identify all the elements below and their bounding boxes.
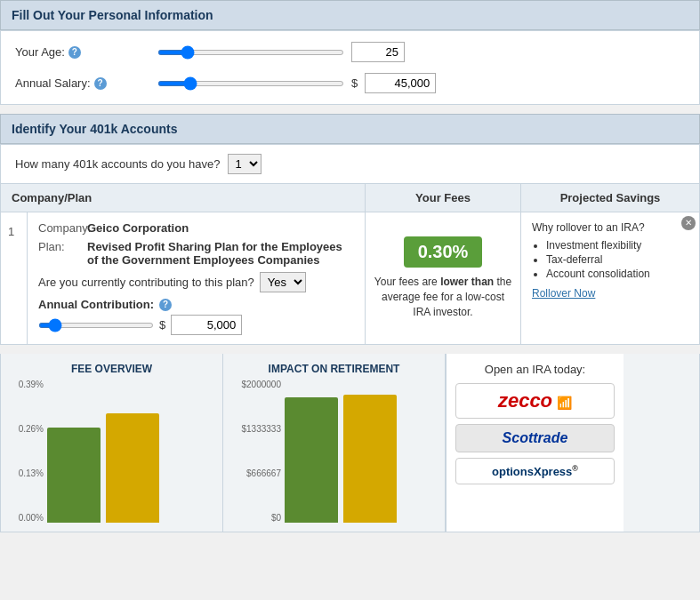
fee-overview-chart: FEE OVERVIEW 0.39% 0.26% 0.13% 0.00% [1,354,223,532]
impact-bar-1 [285,397,338,523]
fees-col: 0.30% Your fees are lower than the avera… [366,212,521,344]
plan-value: Revised Profit Sharing Plan for the Empl… [87,240,354,267]
identify-header: Identify Your 401k Accounts [0,114,700,144]
fee-bar-2 [106,413,159,523]
row-number: 1 [1,212,28,344]
age-help-icon[interactable]: ? [68,46,81,59]
accounts-count-row: How many 401k accounts do you have? 1 2 … [15,154,685,174]
salary-slider-container: $ [157,73,436,93]
contribution-input[interactable] [171,315,242,335]
savings-col: ✕ Why rollover to an IRA? Investment fle… [521,212,699,344]
impact-bars [285,380,436,523]
impact-y-axis: $2000000 $1333333 $666667 $0 [232,380,281,523]
savings-list: Investment flexibility Tax-deferral Acco… [546,239,688,280]
zecco-logo[interactable]: zecco 📶 [455,383,615,419]
ira-section: Open an IRA today: zecco 📶 Scottrade opt… [446,354,624,532]
table-header: Company/Plan Your Fees Projected Savings [0,184,700,212]
savings-title: Why rollover to an IRA? [532,221,688,234]
fee-y-axis: 0.39% 0.26% 0.13% 0.00% [10,380,44,523]
age-slider[interactable] [157,50,344,55]
fee-description: Your fees are lower than the average fee… [373,275,513,319]
annual-contribution-label: Annual Contribution: [38,298,154,311]
th-fees: Your Fees [366,184,521,212]
plan-label: Plan: [38,240,87,253]
contributing-select[interactable]: Yes No [260,272,306,292]
age-slider-container [157,42,405,62]
impact-title: IMPACT ON RETIREMENT [232,363,436,375]
contribution-slider[interactable] [38,323,154,328]
contributing-label: Are you currently contributing to this p… [38,276,254,289]
company-plan-col: Company: Geico Corporation Plan: Revised… [28,212,366,344]
salary-help-icon[interactable]: ? [94,77,107,90]
personal-info-header: Fill Out Your Personal Information [0,0,700,30]
rollover-link[interactable]: Rollover Now [532,287,595,300]
bottom-section: FEE OVERVIEW 0.39% 0.26% 0.13% 0.00% IMP… [0,354,700,532]
salary-slider[interactable] [157,81,344,86]
age-input[interactable] [351,42,405,62]
contribution-dollar: $ [159,318,165,332]
impact-chart: IMPACT ON RETIREMENT $2000000 $1333333 $… [223,354,446,532]
contributing-row: Are you currently contributing to this p… [38,272,354,292]
impact-bar-2 [343,395,397,523]
savings-item-1: Tax-deferral [546,253,688,266]
contribution-row: Annual Contribution: ? [38,298,354,311]
fee-bar-1 [47,428,101,523]
ira-title: Open an IRA today: [455,363,615,376]
account-row: 1 Company: Geico Corporation Plan: Revis… [0,212,700,345]
company-label: Company: [38,221,87,235]
company-value: Geico Corporation [87,221,189,235]
contribution-amount-row: $ [38,315,354,335]
savings-item-2: Account consolidation [546,268,688,280]
fee-bars [47,380,213,523]
savings-item-0: Investment flexibility [546,239,688,252]
salary-label: Annual Salary: ? [15,76,157,90]
close-button[interactable]: ✕ [681,216,696,230]
accounts-count-select[interactable]: 1 2 3 4 5 [228,154,261,174]
scottrade-logo[interactable]: Scottrade [455,424,615,452]
age-label: Your Age: ? [15,45,157,59]
contribution-help-icon[interactable]: ? [159,299,172,311]
salary-dollar: $ [351,76,358,90]
th-savings: Projected Savings [521,184,699,212]
optionsxpress-logo[interactable]: optionsXpress® [455,458,615,484]
th-company: Company/Plan [1,184,366,212]
fee-overview-title: FEE OVERVIEW [10,363,213,375]
fee-badge: 0.30% [404,236,483,268]
salary-input[interactable] [365,73,436,93]
